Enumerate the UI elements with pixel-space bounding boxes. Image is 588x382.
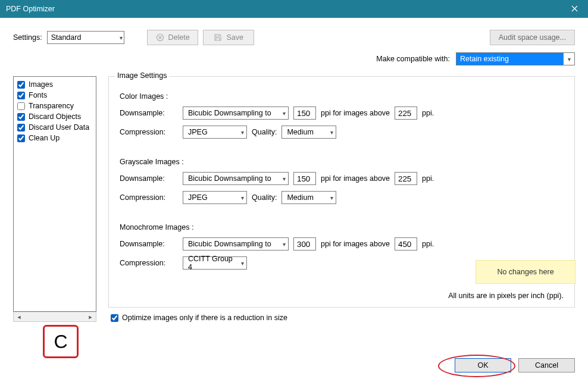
annotation-c: C (43, 325, 79, 358)
color-images-heading: Color Images : (120, 92, 564, 101)
titlebar: PDF Optimizer (0, 0, 588, 18)
audit-label: Audit space usage... (499, 33, 566, 42)
select-value: Medium (287, 193, 313, 202)
compression-label: Compression: (120, 193, 178, 202)
scroll-right-icon[interactable]: ► (86, 312, 95, 321)
chevron-down-icon: ▾ (330, 129, 333, 136)
color-compression-row: Compression: JPEG ▾ Quality: Medium ▾ (120, 126, 564, 139)
checkbox[interactable] (17, 81, 25, 89)
ppi-unit: ppi. (422, 109, 434, 117)
cancel-label: Cancel (535, 361, 558, 370)
compat-label: Make compatible with: (376, 55, 450, 63)
sidebar-item-discard-user-data[interactable]: Discard User Data (17, 122, 92, 133)
compat-combo[interactable]: Retain existing ▾ (456, 52, 575, 65)
toolbar: Settings: Standard ▾ Delete Save Audit s… (0, 18, 588, 50)
horizontal-scrollbar[interactable]: ◄ ► (13, 312, 96, 322)
image-settings-panel: Image Settings Color Images : Downsample… (108, 76, 575, 308)
chevron-down-icon: ▾ (330, 195, 333, 201)
compression-label: Compression: (120, 259, 178, 267)
color-quality-select[interactable]: Medium ▾ (282, 126, 336, 139)
no-changes-note: No changes here (476, 260, 576, 284)
gray-downsample-row: Downsample: Bicubic Downsampling to ▾ pp… (120, 172, 564, 185)
gray-above-ppi-input[interactable] (395, 172, 417, 185)
window-title: PDF Optimizer (6, 5, 561, 13)
ppi-above-label: ppi for images above (321, 109, 390, 117)
checkbox[interactable] (17, 102, 25, 110)
select-value: JPEG (188, 193, 208, 202)
mono-ppi-input[interactable] (293, 237, 316, 251)
gray-ppi-input[interactable] (293, 172, 316, 185)
main-area: Images Fonts Transparency Discard Object… (0, 76, 588, 322)
cancel-button[interactable]: Cancel (518, 358, 575, 372)
close-icon (571, 5, 578, 14)
checkbox[interactable] (17, 92, 25, 99)
select-value: Bicubic Downsampling to (188, 240, 271, 248)
quality-label: Quality: (252, 128, 277, 136)
sidebar-item-label: Clean Up (29, 134, 60, 142)
ppi-above-label: ppi for images above (321, 174, 390, 183)
chevron-down-icon: ▾ (283, 176, 286, 182)
gray-downsample-select[interactable]: Bicubic Downsampling to ▾ (183, 172, 289, 185)
gray-compression-row: Compression: JPEG ▾ Quality: Medium ▾ (120, 191, 564, 204)
color-above-ppi-input[interactable] (395, 107, 417, 120)
chevron-down-icon: ▾ (241, 195, 244, 201)
close-button[interactable] (561, 0, 588, 18)
sidebar-item-images[interactable]: Images (17, 79, 92, 90)
ok-label: OK (477, 361, 488, 370)
chevron-down-icon: ▾ (120, 35, 123, 41)
sidebar-item-transparency[interactable]: Transparency (17, 101, 92, 111)
delete-button[interactable]: Delete (147, 30, 198, 45)
color-compression-select[interactable]: JPEG ▾ (183, 126, 247, 139)
downsample-label: Downsample: (120, 109, 178, 117)
checkbox[interactable] (111, 314, 118, 322)
gray-quality-select[interactable]: Medium ▾ (282, 191, 336, 204)
checkbox[interactable] (17, 134, 25, 142)
color-ppi-input[interactable] (293, 107, 316, 120)
select-value: CCITT Group 4 (188, 255, 237, 271)
mono-above-ppi-input[interactable] (395, 237, 417, 251)
monochrome-images-heading: Monochrome Images : (120, 223, 564, 231)
units-note: All units are in pixels per inch (ppi). (448, 292, 564, 300)
compat-row: Make compatible with: Retain existing ▾ (0, 50, 588, 76)
sidebar-item-label: Discard Objects (29, 112, 81, 121)
sidebar-item-clean-up[interactable]: Clean Up (17, 133, 92, 143)
scroll-left-icon[interactable]: ◄ (14, 312, 24, 321)
chevron-down-icon: ▾ (283, 110, 286, 117)
grayscale-images-heading: Grayscale Images : (120, 158, 564, 166)
optimize-only-if-reduction[interactable]: Optimize images only if there is a reduc… (108, 308, 575, 322)
mono-downsample-select[interactable]: Bicubic Downsampling to ▾ (183, 237, 289, 251)
mono-compression-select[interactable]: CCITT Group 4 ▾ (183, 256, 247, 270)
checkbox[interactable] (17, 113, 25, 121)
chevron-down-icon: ▾ (241, 129, 244, 136)
downsample-label: Downsample: (120, 174, 178, 183)
audit-space-button[interactable]: Audit space usage... (490, 30, 575, 45)
optimize-label: Optimize images only if there is a reduc… (122, 314, 287, 322)
settings-combo[interactable]: Standard ▾ (47, 31, 124, 44)
sidebar-item-discard-objects[interactable]: Discard Objects (17, 111, 92, 122)
sidebar-item-fonts[interactable]: Fonts (17, 90, 92, 101)
category-list: Images Fonts Transparency Discard Object… (13, 76, 96, 312)
sidebar-item-label: Images (29, 80, 53, 89)
sidebar-item-label: Discard User Data (29, 123, 89, 131)
save-button[interactable]: Save (203, 30, 254, 45)
mono-downsample-row: Downsample: Bicubic Downsampling to ▾ pp… (120, 237, 564, 251)
color-downsample-select[interactable]: Bicubic Downsampling to ▾ (183, 107, 289, 120)
downsample-label: Downsample: (120, 240, 178, 248)
gray-compression-select[interactable]: JPEG ▾ (183, 191, 247, 204)
checkbox[interactable] (17, 124, 25, 131)
settings-value: Standard (51, 33, 82, 42)
delete-icon (155, 33, 165, 42)
select-value: Bicubic Downsampling to (188, 174, 271, 183)
ok-button[interactable]: OK (455, 358, 511, 372)
category-panel: Images Fonts Transparency Discard Object… (13, 76, 96, 322)
color-downsample-row: Downsample: Bicubic Downsampling to ▾ pp… (120, 107, 564, 120)
chevron-down-icon: ▾ (564, 56, 574, 62)
settings-label: Settings: (13, 33, 42, 42)
compat-value: Retain existing (456, 53, 564, 65)
dialog-buttons: OK Cancel (455, 358, 575, 372)
ppi-unit: ppi. (422, 174, 434, 183)
chevron-down-icon: ▾ (283, 241, 286, 248)
quality-label: Quality: (252, 193, 277, 202)
delete-label: Delete (168, 33, 190, 42)
sidebar-item-label: Transparency (29, 102, 74, 110)
